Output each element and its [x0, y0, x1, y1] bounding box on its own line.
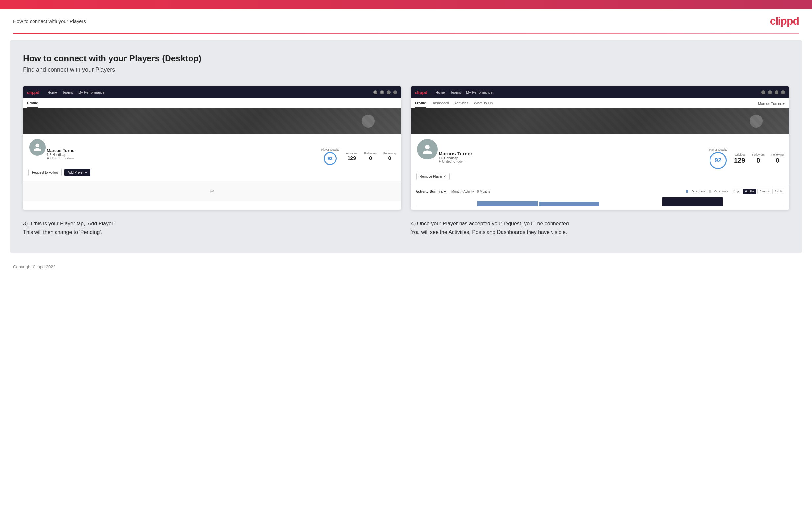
activities-label-1: Activities: [346, 152, 358, 155]
following-label-2: Following: [771, 153, 784, 156]
following-value-2: 0: [771, 157, 784, 164]
tab-profile-1[interactable]: Profile: [27, 101, 38, 108]
user-icon-1[interactable]: [380, 90, 384, 94]
nav-teams-2[interactable]: Teams: [450, 90, 461, 94]
remove-player-button[interactable]: Remove Player ✕: [416, 173, 450, 180]
bar-3: [539, 202, 600, 207]
activity-header: Activity Summary Monthly Activity - 6 Mo…: [415, 189, 784, 194]
nav-logo-1: clippd: [27, 90, 39, 95]
search-icon-1[interactable]: [373, 90, 377, 94]
tab-what-to-on-2[interactable]: What To On: [474, 101, 493, 108]
stat-followers-1: Followers 0: [364, 152, 377, 161]
bar-2: [477, 201, 538, 207]
app-nav-1: clippd Home Teams My Performance: [23, 86, 401, 98]
off-course-label: Off course: [714, 190, 728, 193]
followers-label-2: Followers: [752, 153, 765, 156]
globe-icon-2[interactable]: [781, 90, 785, 94]
nav-teams-1[interactable]: Teams: [62, 90, 73, 94]
quality-label-1: Player Quality: [321, 148, 339, 151]
following-label-1: Following: [383, 152, 396, 155]
nav-performance-2[interactable]: My Performance: [466, 90, 493, 94]
time-buttons: 1 yr 6 mths 3 mths 1 mth: [732, 189, 784, 194]
main-content: How to connect with your Players (Deskto…: [10, 40, 802, 253]
quality-circle-1: Player Quality 92: [321, 148, 339, 165]
screenshot-bottom-1: ✂: [23, 181, 401, 201]
add-player-button[interactable]: Add Player +: [64, 169, 90, 176]
bar-5: [662, 197, 723, 207]
off-course-legend: [709, 190, 711, 192]
activities-value-1: 129: [346, 156, 358, 161]
activity-title: Activity Summary: [415, 189, 446, 193]
on-course-legend: [686, 190, 689, 192]
search-icon-2[interactable]: [761, 90, 765, 94]
activity-summary: Activity Summary Monthly Activity - 6 Mo…: [411, 185, 789, 210]
stat-following-2: Following 0: [771, 153, 784, 164]
nav-home-1[interactable]: Home: [47, 90, 57, 94]
step3-text: 3) If this is your Player tap, 'Add Play…: [23, 220, 401, 236]
on-course-label: On course: [692, 190, 706, 193]
player-handicap-2: 1-5 Handicap: [439, 156, 472, 160]
header: How to connect with your Players clippd: [0, 9, 812, 33]
plus-icon: +: [85, 171, 87, 174]
activity-legend: On course Off course: [686, 190, 728, 193]
footer: Copyright Clippd 2022: [0, 259, 812, 275]
globe-icon-1[interactable]: [393, 90, 397, 94]
player-handicap-1: 1-5 Handicap: [47, 153, 76, 157]
stat-following-1: Following 0: [383, 152, 396, 161]
user-icon-2[interactable]: [768, 90, 772, 94]
stat-activities-1: Activities 129: [346, 152, 358, 161]
profile-info-1: Marcus Turner 1-5 Handicap United Kingdo…: [47, 148, 76, 160]
activities-label-2: Activities: [734, 153, 746, 156]
golf-banner-1: [23, 108, 401, 134]
player-location-1: United Kingdom: [47, 157, 76, 160]
svg-point-2: [382, 91, 383, 92]
activities-value-2: 129: [734, 157, 746, 164]
page-title: How to connect with your Players: [13, 18, 86, 24]
nav-logo-2: clippd: [415, 90, 427, 95]
quality-value-2: 92: [710, 152, 726, 169]
settings-icon-2[interactable]: [774, 90, 778, 94]
description-step3: 3) If this is your Player tap, 'Add Play…: [23, 220, 401, 236]
followers-value-2: 0: [752, 157, 765, 164]
quality-value-1: 92: [323, 152, 337, 165]
request-follow-button[interactable]: Request to Follow: [28, 169, 62, 176]
screenshot-1: clippd Home Teams My Performance: [23, 86, 401, 210]
main-title: How to connect with your Players (Deskto…: [23, 54, 789, 64]
player-location-2: United Kingdom: [439, 160, 472, 163]
quality-circle-2: Player Quality 92: [709, 148, 727, 169]
stat-followers-2: Followers 0: [752, 153, 765, 164]
app-nav-2: clippd Home Teams My Performance: [411, 86, 789, 98]
screenshot-2: clippd Home Teams My Performance Profile…: [411, 86, 789, 210]
tab-bar-1: Profile: [23, 98, 401, 108]
nav-home-2[interactable]: Home: [435, 90, 445, 94]
time-6mths-button[interactable]: 6 mths: [743, 189, 756, 194]
settings-icon-1[interactable]: [387, 90, 391, 94]
nav-icons-2: [761, 90, 785, 94]
screenshots-row: clippd Home Teams My Performance: [23, 86, 789, 210]
copyright: Copyright Clippd 2022: [13, 265, 55, 269]
descriptions-row: 3) If this is your Player tap, 'Add Play…: [23, 220, 789, 236]
mini-chart: [415, 196, 784, 207]
tab-activities-2[interactable]: Activities: [454, 101, 468, 108]
tab-dashboard-2[interactable]: Dashboard: [431, 101, 449, 108]
tab-profile-2[interactable]: Profile: [415, 101, 426, 108]
followers-value-1: 0: [364, 156, 377, 161]
svg-line-1: [376, 93, 376, 93]
player-name-1: Marcus Turner: [47, 148, 76, 153]
svg-point-0: [374, 91, 376, 93]
step4-text: 4) Once your Player has accepted your re…: [411, 220, 789, 236]
time-1mth-button[interactable]: 1 mth: [772, 189, 784, 194]
profile-stats-2: Player Quality 92 Activities 129 Followe…: [709, 148, 784, 169]
time-3mths-button[interactable]: 3 mths: [757, 189, 771, 194]
header-divider: [13, 33, 799, 34]
time-1yr-button[interactable]: 1 yr: [732, 189, 742, 194]
player-selector-2[interactable]: Marcus Turner: [758, 102, 785, 108]
profile-buttons-1: Request to Follow Add Player +: [28, 169, 396, 176]
top-bar: [0, 0, 812, 9]
bar-6: [724, 206, 784, 207]
profile-stats-1: Player Quality 92 Activities 129 Followe…: [321, 148, 396, 165]
profile-section-2: Marcus Turner 1-5 Handicap United Kingdo…: [411, 134, 789, 185]
nav-performance-1[interactable]: My Performance: [78, 90, 105, 94]
avatar-2: [416, 138, 439, 161]
close-icon: ✕: [444, 175, 446, 178]
